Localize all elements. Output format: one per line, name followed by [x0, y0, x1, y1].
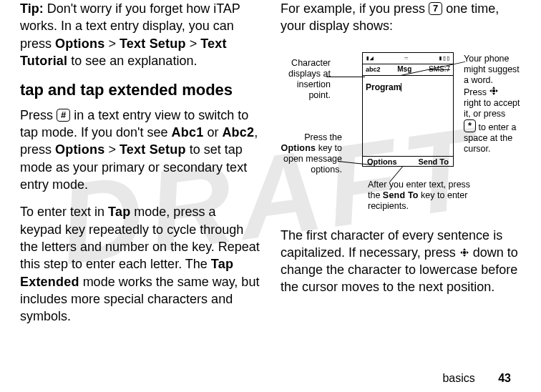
options-label: Options — [55, 142, 104, 157]
a-l2e: options. — [311, 165, 342, 175]
a-b2c: key to enter — [419, 190, 468, 200]
menu-options: Options — [55, 36, 104, 51]
a-r1i: cursor. — [464, 144, 491, 154]
tip-label: Tip: — [20, 1, 44, 16]
softkey-bar: Options Send To — [363, 156, 453, 167]
p2or: or — [203, 125, 222, 139]
left-column: Tip: Don't worry if you forget how iTAP … — [20, 0, 260, 335]
a-b3: recipients. — [368, 201, 409, 211]
footer-page-number: 43 — [498, 372, 511, 384]
nav-icon-2 — [459, 248, 469, 258]
a-r1b: might suggest — [464, 64, 520, 74]
tip-text-2: to see an explanation. — [67, 54, 197, 68]
a-r1d: Press — [464, 87, 489, 97]
softkey-sendto: Send To — [418, 157, 449, 167]
tap-label: Tap — [108, 205, 130, 219]
suggested-word: Program — [366, 82, 401, 92]
tap-switch-paragraph: Press # in a text entry view to switch t… — [20, 107, 260, 193]
star-key-icon: * — [464, 119, 476, 132]
softkey-options: Options — [367, 157, 397, 167]
page-columns: Tip: Don't worry if you forget how iTAP … — [0, 0, 541, 335]
svg-point-1 — [463, 251, 466, 254]
sep-3: > — [104, 142, 120, 157]
a-r1h: space at the — [464, 133, 512, 143]
a-b2a: the — [368, 190, 383, 200]
abc1-label: Abc1 — [172, 125, 204, 139]
annot-sendto: After you enter text, press the Send To … — [368, 180, 489, 212]
sep-1: > — [104, 36, 120, 51]
a-l2a: Press the — [304, 132, 342, 142]
signal-icon: ▮◢ — [366, 54, 374, 62]
r-p1a: For example, if you press — [281, 1, 429, 16]
a-c4: point. — [308, 90, 331, 100]
a-r1c: a word. — [464, 75, 493, 85]
example-intro: For example, if you press 7 one time, yo… — [281, 0, 521, 35]
phone-diagram: ▮◢ ⎓ ▮▯▯ abc2 Msg SMS:7 Program Options … — [281, 45, 521, 217]
a-r1g: to enter a — [476, 122, 516, 132]
sep-2: > — [186, 36, 201, 51]
capitalize-paragraph: The first character of every sentence is… — [281, 227, 521, 296]
annot-options-key: Press the Options key to open message op… — [281, 132, 342, 175]
a-c2: displays at — [288, 69, 331, 79]
leader-char — [326, 77, 365, 77]
annot-character: Character displays at insertion point. — [281, 58, 331, 101]
right-column: For example, if you press 7 one time, yo… — [281, 0, 521, 335]
plug-icon: ⎓ — [404, 54, 408, 62]
a-b1: After you enter text, press — [368, 180, 470, 190]
nav-icon — [489, 86, 499, 96]
status-bar: ▮◢ ⎓ ▮▯▯ — [363, 53, 453, 64]
message-area: Program — [363, 76, 453, 156]
page-footer: basics 43 — [442, 372, 511, 385]
a-l2c: key to — [316, 143, 342, 153]
a-c1: Character — [291, 58, 331, 68]
p3a: To enter text in — [20, 205, 108, 219]
text-cursor-icon — [401, 83, 401, 92]
a-r1f: it, or press — [464, 109, 505, 119]
battery-icon: ▮▯▯ — [439, 54, 450, 62]
a-r1e: right to accept — [464, 98, 520, 108]
section-heading: tap and tap extended modes — [20, 79, 260, 101]
mode-indicator: abc2 — [366, 65, 381, 74]
a-r1a: Your phone — [464, 54, 510, 64]
svg-point-0 — [492, 89, 495, 92]
tip-paragraph: Tip: Don't worry if you forget how iTAP … — [20, 0, 260, 69]
footer-section: basics — [442, 372, 474, 384]
a-c3: insertion — [297, 79, 331, 89]
a-b2b: Send To — [383, 190, 419, 200]
text-setup-label: Text Setup — [120, 142, 186, 157]
p2a: Press — [20, 108, 57, 122]
seven-key-icon: 7 — [429, 2, 442, 15]
a-l2b: Options — [281, 143, 316, 153]
annot-suggest-word: Your phone might suggest a word. Press r… — [464, 54, 528, 155]
tap-explain-paragraph: To enter text in Tap mode, press a keypa… — [20, 203, 260, 325]
abc2-label: Abc2 — [222, 125, 254, 139]
menu-text-setup: Text Setup — [120, 36, 186, 51]
phone-screen: ▮◢ ⎓ ▮▯▯ abc2 Msg SMS:7 Program Options … — [362, 52, 454, 167]
a-l2d: open message — [283, 154, 342, 164]
hash-key-icon: # — [57, 109, 70, 122]
